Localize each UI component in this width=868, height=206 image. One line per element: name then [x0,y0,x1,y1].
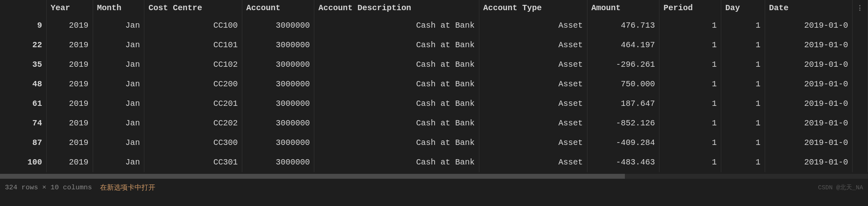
cell-account-type: Asset [479,133,587,153]
cell-year: 2019 [46,114,93,133]
cell-amount: -483.463 [587,153,659,172]
cell-index: 100 [0,153,46,172]
column-header-cost-centre[interactable]: Cost Centre [144,0,242,16]
cell-day: 1 [721,55,765,75]
scrollbar-thumb[interactable] [0,174,625,179]
cell-month: Jan [93,153,144,172]
cell-month: Jan [93,133,144,153]
column-header-amount[interactable]: Amount [587,0,659,16]
cell-day: 1 [721,16,765,35]
table-row[interactable]: 352019JanCC1023000000Cash at BankAsset-2… [0,55,868,75]
cell-cost-centre: CC101 [144,35,242,55]
cell-account-description: Cash at Bank [314,133,479,153]
cell-period: 1 [659,133,721,153]
cell-cost-centre: CC301 [144,153,242,172]
cell-period: 1 [659,94,721,114]
cell-account-description: Cash at Bank [314,75,479,94]
table-row[interactable]: 92019JanCC1003000000Cash at BankAsset476… [0,16,868,35]
cell-account: 3000000 [242,94,314,114]
cell-index: 87 [0,133,46,153]
table-row[interactable]: 482019JanCC2003000000Cash at BankAsset75… [0,75,868,94]
cell-blank [852,35,868,55]
cell-year: 2019 [46,133,93,153]
cell-account: 3000000 [242,133,314,153]
cell-account-description: Cash at Bank [314,16,479,35]
column-header-account[interactable]: Account [242,0,314,16]
cell-blank [852,114,868,133]
cell-date: 2019-01-0 [765,133,852,153]
cell-year: 2019 [46,35,93,55]
cell-day: 1 [721,114,765,133]
cell-cost-centre: CC202 [144,114,242,133]
cell-amount: 464.197 [587,35,659,55]
watermark-text: CSDN @北天_NA [818,184,863,191]
cell-month: Jan [93,114,144,133]
cell-index: 35 [0,55,46,75]
cell-account-description: Cash at Bank [314,94,479,114]
cell-account-type: Asset [479,55,587,75]
cell-date: 2019-01-0 [765,75,852,94]
cell-cost-centre: CC100 [144,16,242,35]
cell-blank [852,94,868,114]
cell-amount: 187.647 [587,94,659,114]
data-table: Year Month Cost Centre Account Account D… [0,0,868,172]
cell-account-type: Asset [479,94,587,114]
cell-blank [852,153,868,172]
cell-date: 2019-01-0 [765,94,852,114]
open-in-new-tab-link[interactable]: 在新选项卡中打开 [100,183,155,192]
table-row[interactable]: 222019JanCC1013000000Cash at BankAsset46… [0,35,868,55]
cell-year: 2019 [46,94,93,114]
footer-left: 324 rows × 10 columns 在新选项卡中打开 [5,183,155,192]
cell-month: Jan [93,55,144,75]
cell-account-type: Asset [479,35,587,55]
cell-day: 1 [721,35,765,55]
cell-account: 3000000 [242,75,314,94]
column-header-period[interactable]: Period [659,0,721,16]
column-header-date[interactable]: Date [765,0,852,16]
cell-cost-centre: CC201 [144,94,242,114]
cell-year: 2019 [46,153,93,172]
column-header-account-type[interactable]: Account Type [479,0,587,16]
cell-year: 2019 [46,75,93,94]
cell-account-type: Asset [479,16,587,35]
cell-period: 1 [659,55,721,75]
cell-account-type: Asset [479,75,587,94]
cell-index: 61 [0,94,46,114]
cell-amount: -852.126 [587,114,659,133]
cell-account-description: Cash at Bank [314,153,479,172]
table-row[interactable]: 612019JanCC2013000000Cash at BankAsset18… [0,94,868,114]
cell-period: 1 [659,16,721,35]
cell-index: 74 [0,114,46,133]
cell-account-description: Cash at Bank [314,35,479,55]
cell-period: 1 [659,153,721,172]
cell-month: Jan [93,16,144,35]
table-row[interactable]: 742019JanCC2023000000Cash at BankAsset-8… [0,114,868,133]
cell-account-type: Asset [479,153,587,172]
column-header-year[interactable]: Year [46,0,93,16]
column-header-day[interactable]: Day [721,0,765,16]
cell-amount: -296.261 [587,55,659,75]
cell-cost-centre: CC102 [144,55,242,75]
column-header-index[interactable] [0,0,46,16]
horizontal-scrollbar[interactable] [0,174,868,179]
column-header-account-description[interactable]: Account Description [314,0,479,16]
cell-index: 48 [0,75,46,94]
cell-month: Jan [93,94,144,114]
cell-month: Jan [93,35,144,55]
cell-account: 3000000 [242,55,314,75]
cell-account-description: Cash at Bank [314,114,479,133]
cell-day: 1 [721,94,765,114]
cell-blank [852,75,868,94]
cell-day: 1 [721,153,765,172]
cell-account: 3000000 [242,153,314,172]
row-column-summary: 324 rows × 10 columns [5,184,92,191]
table-row[interactable]: 872019JanCC3003000000Cash at BankAsset-4… [0,133,868,153]
table-menu-icon[interactable]: ⋮ [852,0,868,16]
data-table-container: Year Month Cost Centre Account Account D… [0,0,868,172]
table-row[interactable]: 1002019JanCC3013000000Cash at BankAsset-… [0,153,868,172]
cell-blank [852,16,868,35]
cell-cost-centre: CC300 [144,133,242,153]
column-header-month[interactable]: Month [93,0,144,16]
cell-index: 9 [0,16,46,35]
cell-month: Jan [93,75,144,94]
